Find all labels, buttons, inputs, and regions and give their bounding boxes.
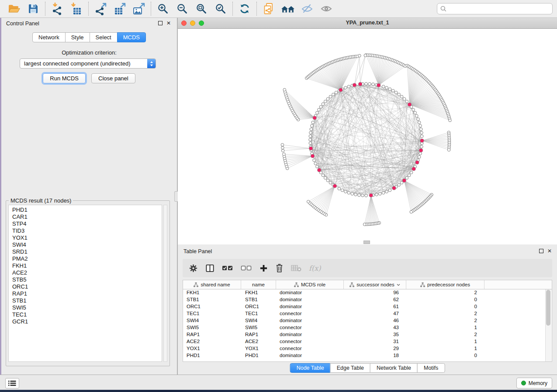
open-file-button[interactable] — [4, 1, 24, 16]
network-node[interactable] — [365, 194, 368, 197]
network-node[interactable] — [420, 145, 423, 148]
network-node[interactable] — [326, 97, 329, 100]
network-node[interactable] — [372, 83, 375, 86]
network-node[interactable] — [375, 193, 378, 196]
network-node[interactable] — [318, 108, 321, 111]
network-node[interactable] — [338, 187, 341, 190]
network-window-titlebar[interactable]: YPA_prune.txt_1 — [178, 18, 557, 29]
save-session-button[interactable] — [24, 1, 43, 16]
list-item[interactable]: STB1 — [12, 297, 162, 304]
mcds-node[interactable] — [392, 186, 396, 190]
network-node[interactable] — [322, 174, 325, 177]
tab-network-table[interactable]: Network Table — [370, 363, 418, 373]
refresh-view-button[interactable] — [235, 1, 254, 16]
mcds-node[interactable] — [377, 83, 381, 87]
tab-node-table[interactable]: Node Table — [290, 363, 331, 373]
table-row[interactable]: YOX1YOX1connector291 — [183, 345, 552, 352]
column-header-shared-name[interactable]: shared name — [183, 280, 241, 289]
import-network-button[interactable] — [48, 1, 67, 16]
network-node[interactable] — [324, 176, 327, 179]
first-neighbors-button[interactable] — [278, 1, 298, 16]
delete-row-trash-icon[interactable] — [275, 262, 284, 274]
network-node[interactable] — [403, 97, 406, 100]
network-node[interactable] — [415, 114, 419, 117]
network-node[interactable] — [329, 95, 332, 98]
mcds-node[interactable] — [359, 83, 362, 86]
search-input[interactable] — [449, 5, 549, 12]
mcds-node[interactable] — [333, 184, 336, 188]
mcds-node[interactable] — [419, 148, 423, 152]
network-node[interactable] — [361, 194, 364, 197]
run-mcds-button[interactable]: Run MCDS — [43, 73, 86, 83]
network-node[interactable] — [364, 54, 367, 57]
list-item[interactable]: CAR1 — [12, 213, 162, 220]
table-row[interactable]: TEC1TEC1connector472 — [183, 310, 552, 317]
network-node[interactable] — [398, 93, 401, 96]
network-node[interactable] — [449, 119, 452, 122]
network-node[interactable] — [391, 89, 394, 93]
tab-mcds[interactable]: MCDS — [117, 32, 146, 42]
close-panel-icon[interactable]: ✕ — [166, 21, 171, 25]
list-item[interactable]: TID3 — [12, 227, 162, 234]
network-node[interactable] — [382, 85, 385, 88]
network-node[interactable] — [351, 193, 354, 196]
mcds-node[interactable] — [415, 161, 419, 164]
list-item[interactable]: TEC1 — [12, 311, 162, 318]
tab-select[interactable]: Select — [90, 32, 118, 42]
mcds-node[interactable] — [353, 83, 356, 87]
column-visibility-icon[interactable] — [205, 262, 214, 274]
network-node[interactable] — [419, 152, 422, 155]
zoom-selected-button[interactable] — [211, 1, 230, 16]
network-node[interactable] — [309, 131, 312, 134]
column-header-successor-nodes[interactable]: successor nodes — [344, 280, 406, 289]
network-node[interactable] — [329, 181, 332, 184]
network-node[interactable] — [410, 210, 413, 213]
network-node[interactable] — [347, 191, 350, 194]
network-node[interactable] — [379, 193, 382, 196]
tab-network[interactable]: Network — [32, 32, 66, 42]
network-node[interactable] — [408, 174, 411, 177]
network-node[interactable] — [388, 189, 391, 192]
network-node[interactable] — [363, 223, 366, 226]
clone-network-button[interactable] — [259, 1, 278, 16]
network-node[interactable] — [382, 191, 385, 194]
network-node[interactable] — [388, 88, 391, 91]
network-node[interactable] — [344, 190, 347, 193]
list-item[interactable]: STB5 — [12, 276, 162, 283]
tab-edge-table[interactable]: Edge Table — [330, 363, 370, 373]
network-node[interactable] — [418, 121, 421, 124]
network-node[interactable] — [405, 100, 408, 103]
list-item[interactable]: PMA2 — [12, 255, 162, 262]
network-node[interactable] — [281, 146, 284, 149]
network-node[interactable] — [412, 108, 415, 111]
show-all-button[interactable] — [317, 1, 336, 16]
network-node[interactable] — [309, 142, 312, 145]
result-list-scrollbar[interactable] — [163, 205, 167, 362]
network-node[interactable] — [420, 135, 423, 138]
import-table-button[interactable] — [67, 1, 86, 16]
export-image-button[interactable] — [129, 1, 149, 16]
network-node[interactable] — [341, 189, 344, 192]
network-node[interactable] — [385, 86, 388, 89]
column-header-name[interactable]: name — [241, 280, 276, 289]
network-node[interactable] — [410, 171, 413, 174]
network-node[interactable] — [313, 159, 316, 162]
column-header-predecessor-nodes[interactable]: predecessor nodes — [406, 280, 484, 289]
table-row[interactable]: ACE2ACE2connector311 — [183, 338, 552, 345]
float-table-panel-icon[interactable] — [539, 249, 543, 253]
settings-gear-icon[interactable] — [189, 262, 198, 274]
network-node[interactable] — [347, 85, 350, 88]
mcds-node[interactable] — [408, 103, 411, 106]
mcds-result-list[interactable]: PHD1CAR1STP4TID3YOX1SWI4SRD1PMA2FKH1ACE2… — [8, 205, 162, 362]
task-history-button[interactable] — [5, 378, 19, 389]
tab-motifs[interactable]: Motifs — [417, 363, 445, 373]
table-row[interactable]: ORC1ORC1dominator610 — [183, 303, 552, 310]
export-table-button[interactable] — [110, 1, 129, 16]
network-node[interactable] — [414, 111, 417, 114]
list-item[interactable]: SWI4 — [12, 241, 162, 248]
mcds-node[interactable] — [412, 167, 415, 171]
list-item[interactable]: PHD1 — [12, 206, 162, 213]
select-all-checkboxes-icon[interactable] — [222, 262, 233, 274]
list-item[interactable]: STP4 — [12, 220, 162, 227]
network-node[interactable] — [316, 111, 319, 114]
